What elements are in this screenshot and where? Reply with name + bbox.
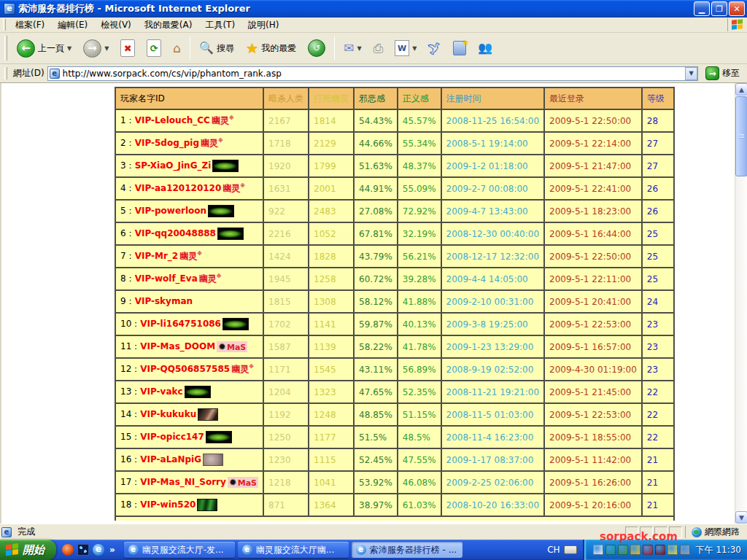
menu-item-2[interactable]: 檢視(V) — [94, 18, 138, 33]
rank-number: 7： — [120, 251, 135, 261]
edit-with-word-button[interactable]: W ▼ — [390, 37, 422, 59]
edit-dropdown-icon[interactable]: ▼ — [412, 45, 417, 52]
quicklaunch-ie-icon[interactable]: e — [93, 544, 104, 556]
print-button[interactable]: ⎙ — [368, 39, 389, 58]
rank-number: 18： — [120, 499, 140, 510]
column-header: 打死幽灵 — [309, 88, 354, 109]
table-row: 2：VIP-5dog_pig幽灵1718212944.66%55.34%2008… — [115, 132, 674, 155]
search-button[interactable]: 🔍 搜尋 — [194, 39, 239, 58]
taskbar-window-button-2[interactable]: e索沛服务器排行榜 - ... — [352, 542, 462, 558]
graphics-utility-icon[interactable] — [680, 545, 690, 555]
rank-number: 9： — [120, 296, 135, 306]
menu-item-4[interactable]: 工具(T) — [198, 18, 241, 33]
kills-ghost-cell: 1258 — [309, 268, 354, 290]
keyboard-icon — [564, 545, 577, 554]
taskbar-window-button-1[interactable]: e幽灵服交流大厅幽... — [238, 542, 349, 558]
scroll-thumb[interactable] — [735, 96, 747, 176]
address-input[interactable]: e http://www.sorpack.com/cs/vip/phantom_… — [47, 66, 698, 81]
rank-number: 13： — [120, 386, 140, 397]
taskbar-window-button-0[interactable]: e幽灵服交流大厅-发... — [124, 542, 235, 558]
column-header: 最近登录 — [544, 88, 642, 109]
rank-number: 12： — [120, 364, 140, 374]
close-button[interactable]: ✕ — [729, 1, 745, 16]
quicklaunch-overflow-chevron[interactable]: » — [108, 545, 117, 555]
menu-item-5[interactable]: 說明(H) — [241, 18, 285, 33]
scroll-up-button[interactable]: ▲ — [735, 83, 747, 96]
evil-cell: 27.08% — [354, 200, 398, 222]
home-button[interactable]: ⌂ — [168, 39, 186, 58]
table-row: 16：VIP-aLaNpiG1230111552.45%47.55%2009-1… — [115, 448, 674, 471]
menu-item-3[interactable]: 我的最愛(A) — [138, 18, 199, 33]
registered-cell: 2008-9-19 02:52:00 — [441, 358, 544, 381]
messenger-button[interactable]: 👥 — [473, 39, 498, 57]
history-icon: ↺ — [308, 39, 325, 57]
scroll-down-button[interactable]: ▼ — [735, 511, 747, 524]
language-label: CH — [547, 545, 560, 555]
player-name: VIP-vakc — [140, 386, 182, 397]
favorites-label: 我的最愛 — [261, 42, 296, 55]
level-cell: 26 — [642, 177, 674, 200]
level-cell: 26 — [642, 200, 674, 222]
mail-button[interactable]: ✉ ▼ — [338, 39, 366, 58]
page-ie-icon: e — [50, 69, 60, 79]
table-row: 4：VIP-aa120120120幽灵1631200144.91%55.09%2… — [115, 177, 674, 200]
refresh-button[interactable]: ⟳ — [142, 36, 166, 60]
status-zone-label: 網際網路 — [705, 526, 740, 538]
mail-dropdown-icon[interactable]: ▼ — [357, 45, 361, 52]
evil-cell: 54.43% — [354, 109, 398, 132]
kills-human-cell: 1702 — [263, 313, 309, 335]
toolbar-grip[interactable] — [4, 36, 7, 61]
back-dropdown-icon[interactable]: ▼ — [67, 45, 71, 52]
watermark-text: sorpack.com — [600, 530, 678, 543]
network-error-icon[interactable] — [618, 545, 628, 555]
last-login-cell: 2009-5-1 22:53:00 — [544, 313, 642, 335]
status-text: 完成 — [18, 526, 35, 538]
history-button[interactable]: ↺ — [303, 36, 330, 60]
menu-item-0[interactable]: 檔案(F) — [9, 18, 51, 33]
security-icon[interactable] — [655, 545, 665, 555]
menubar-grip[interactable] — [3, 19, 6, 31]
column-header: 正义感 — [398, 88, 441, 109]
forward-button[interactable]: → ▼ — [78, 36, 114, 61]
go-button[interactable]: → 移至 — [701, 65, 744, 82]
media-player-icon[interactable] — [605, 545, 616, 555]
player-name: VIP-qq20048888 — [135, 228, 216, 238]
justice-cell: 56.21% — [398, 245, 441, 268]
language-indicator[interactable]: CH — [541, 540, 582, 560]
sis-audio-icon[interactable] — [667, 545, 678, 555]
rank-number: 3： — [120, 160, 135, 171]
stop-button[interactable]: ✖ — [115, 36, 140, 60]
player-name: VIP-kukuku — [140, 409, 196, 419]
player-name: SP-XiaO_JinG_Zi — [135, 160, 212, 171]
player-badge-ghost-icon: 幽灵 — [231, 363, 254, 376]
start-button[interactable]: 開始 — [0, 540, 56, 560]
maximize-button[interactable]: ❐ — [711, 1, 727, 16]
quicklaunch-game-icon[interactable] — [77, 544, 89, 556]
player-badge-ghost-icon: 幽灵 — [222, 182, 245, 195]
vertical-scrollbar[interactable]: ▲ ▼ — [735, 83, 747, 524]
player-badge-ghost-icon: 幽灵 — [179, 250, 202, 262]
messenger-icon: 👥 — [478, 42, 492, 54]
favorites-button[interactable]: ★ 我的最愛 — [241, 39, 301, 58]
forward-dropdown-icon[interactable]: ▼ — [104, 45, 109, 52]
player-badge-leaf-icon — [212, 160, 239, 172]
address-dropdown-button[interactable]: ▼ — [685, 67, 697, 80]
minimize-button[interactable]: ▁ — [694, 1, 710, 16]
player-badge-mas-icon: MaS — [217, 341, 247, 352]
address-label: 網址(D) — [13, 67, 44, 79]
addressbar-grip[interactable] — [4, 67, 7, 79]
windows-brand-icon — [727, 18, 745, 31]
volume-yellow-icon[interactable] — [630, 545, 640, 555]
quicklaunch-app-icon[interactable] — [62, 544, 74, 556]
last-login-cell: 2009-5-1 22:53:00 — [544, 403, 642, 426]
taskbar-clock[interactable]: 下午 11:30 — [696, 544, 741, 556]
cs-player-icon[interactable] — [593, 545, 603, 555]
favorites-sync-button[interactable] — [448, 38, 471, 58]
thunder-download-button[interactable]: 🕊 — [423, 39, 446, 58]
menu-item-1[interactable]: 編輯(E) — [51, 18, 94, 33]
player-badge-ghost-icon: 幽灵 — [212, 114, 234, 127]
no-entry-icon[interactable] — [643, 545, 653, 555]
partial-next-row — [115, 517, 675, 521]
kills-ghost-cell: 1177 — [309, 426, 354, 448]
back-button[interactable]: ← 上一頁 ▼ — [12, 36, 77, 61]
